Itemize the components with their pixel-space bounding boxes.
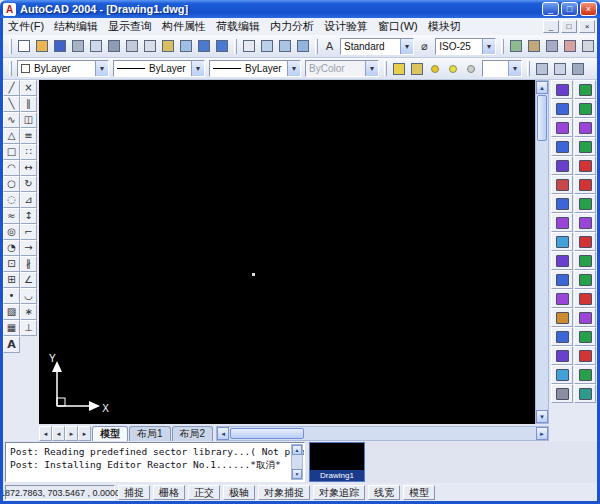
trim-icon[interactable]: ⌐: [20, 224, 37, 240]
chevron-down-icon[interactable]: ▾: [191, 61, 204, 76]
chevron-down-icon[interactable]: ▾: [508, 61, 521, 76]
chevron-down-icon[interactable]: ▾: [287, 61, 300, 76]
plugin-tool-icon[interactable]: [551, 156, 573, 175]
window-maximize-button[interactable]: □: [561, 2, 578, 16]
plugin-tool-icon[interactable]: [551, 194, 573, 213]
line-icon[interactable]: ╱: [3, 80, 20, 96]
plugin-tool-icon[interactable]: [574, 194, 596, 213]
dim-style-icon[interactable]: ⌀: [416, 37, 433, 55]
menu-item[interactable]: 结构编辑: [49, 18, 103, 35]
plugin-tool-icon[interactable]: [574, 327, 596, 346]
new-file-icon[interactable]: [15, 37, 33, 55]
plugin-tool-icon[interactable]: [551, 99, 573, 118]
tab-layout2[interactable]: 布局2: [172, 426, 214, 441]
zoom-previous-icon[interactable]: [294, 37, 312, 55]
designcenter-icon[interactable]: [525, 37, 543, 55]
plugin-tool-icon[interactable]: [574, 289, 596, 308]
model-toggle[interactable]: 模型: [403, 485, 435, 500]
scale-icon[interactable]: ⊿: [20, 192, 37, 208]
plugin-tool-icon[interactable]: [574, 365, 596, 384]
scroll-right-icon[interactable]: ►: [536, 427, 548, 440]
point-icon[interactable]: •: [3, 288, 20, 304]
save-icon[interactable]: [51, 37, 69, 55]
mdi-minimize-button[interactable]: _: [543, 20, 559, 33]
layer-on-bulb-icon[interactable]: [426, 60, 444, 78]
tab-next-button[interactable]: ►: [65, 426, 78, 441]
horizontal-scroll-thumb[interactable]: [230, 428, 304, 439]
text-style-icon[interactable]: A: [321, 37, 338, 55]
explode-icon[interactable]: ∗: [20, 304, 37, 320]
redo-icon[interactable]: [213, 37, 231, 55]
array-icon[interactable]: ∷: [20, 144, 37, 160]
command-scrollbar[interactable]: ▲ ▼: [291, 444, 303, 480]
plugin-tool-icon[interactable]: [574, 118, 596, 137]
lineweight-settings-icon[interactable]: [569, 60, 587, 78]
drawing-canvas[interactable]: Y X: [39, 80, 535, 424]
vertical-scroll-thumb[interactable]: [537, 95, 547, 141]
plugin-tool-icon[interactable]: [551, 175, 573, 194]
menu-item[interactable]: 构件属性: [157, 18, 211, 35]
layer-control-combo[interactable]: ▾: [482, 60, 522, 77]
copy-object-icon[interactable]: ∥: [20, 96, 37, 112]
rectangle-icon[interactable]: □: [3, 144, 20, 160]
snap-toggle[interactable]: 捕捉: [118, 485, 150, 500]
menu-item[interactable]: 荷载编辑: [211, 18, 265, 35]
pan-icon[interactable]: [240, 37, 258, 55]
plugin-tool-icon[interactable]: [551, 137, 573, 156]
zoom-window-icon[interactable]: [276, 37, 294, 55]
layer-lock-icon[interactable]: [462, 60, 480, 78]
mtext-icon[interactable]: A: [3, 336, 20, 353]
menu-item[interactable]: 窗口(W): [373, 18, 423, 35]
circle-icon[interactable]: ○: [3, 176, 20, 192]
plugin-tool-icon[interactable]: [551, 346, 573, 365]
plugin-tool-icon[interactable]: [574, 99, 596, 118]
plot-preview-icon[interactable]: [87, 37, 105, 55]
vertical-scrollbar[interactable]: ▲ ▼: [535, 80, 549, 424]
plugin-tool-icon[interactable]: [574, 213, 596, 232]
window-minimize-button[interactable]: _: [542, 2, 559, 16]
properties-icon[interactable]: [507, 37, 525, 55]
move-icon[interactable]: ↔: [20, 160, 37, 176]
cut-icon[interactable]: [123, 37, 141, 55]
scroll-up-icon[interactable]: ▲: [292, 445, 302, 455]
menu-item[interactable]: 模块切: [423, 18, 466, 35]
tab-layout1[interactable]: 布局1: [129, 426, 171, 441]
plugin-tool-icon[interactable]: [574, 346, 596, 365]
layer-freeze-sun-icon[interactable]: [444, 60, 462, 78]
match-properties-icon[interactable]: [177, 37, 195, 55]
menu-item[interactable]: 显示查询: [103, 18, 157, 35]
menu-item[interactable]: 文件(F): [3, 18, 49, 35]
scroll-down-icon[interactable]: ▼: [536, 410, 548, 423]
grid-toggle[interactable]: 栅格: [153, 485, 185, 500]
lineweight-toggle[interactable]: 线宽: [368, 485, 400, 500]
copy-icon[interactable]: [141, 37, 159, 55]
window-close-button[interactable]: ×: [580, 2, 597, 16]
rotate-icon[interactable]: ↻: [20, 176, 37, 192]
command-history[interactable]: Post: Reading predefined sector library.…: [5, 442, 305, 482]
color-control-combo[interactable]: ByLayer ▾: [17, 60, 109, 77]
offset-icon[interactable]: ≡: [20, 128, 37, 144]
tab-last-button[interactable]: ►: [78, 426, 91, 441]
plugin-tool-icon[interactable]: [574, 308, 596, 327]
ellipse-icon[interactable]: ◎: [3, 224, 20, 240]
plugin-tool-icon[interactable]: [574, 384, 596, 403]
revision-cloud-icon[interactable]: ◌: [3, 192, 20, 208]
make-block-icon[interactable]: ⊞: [3, 272, 20, 288]
extend-icon[interactable]: →: [20, 240, 37, 256]
mdi-close-button[interactable]: ×: [579, 20, 595, 33]
hatch-icon[interactable]: ▨: [3, 304, 20, 320]
polygon-icon[interactable]: △: [3, 128, 20, 144]
layers-icon[interactable]: [390, 60, 408, 78]
insert-block-icon[interactable]: ⊡: [3, 256, 20, 272]
chevron-down-icon[interactable]: ▾: [95, 61, 108, 76]
plugin-tool-icon[interactable]: [574, 175, 596, 194]
tool-palettes-icon[interactable]: [543, 37, 561, 55]
ellipse-arc-icon[interactable]: ◔: [3, 240, 20, 256]
break-icon[interactable]: ∦: [20, 256, 37, 272]
lineweight-control-combo[interactable]: ByLayer ▾: [209, 60, 301, 77]
tab-prev-button[interactable]: ◄: [52, 426, 65, 441]
ortho-toggle[interactable]: 正交: [188, 485, 220, 500]
drawing-preview-window[interactable]: Drawing1: [309, 442, 365, 482]
chevron-down-icon[interactable]: ▾: [400, 39, 413, 54]
plugin-tool-icon[interactable]: [574, 270, 596, 289]
